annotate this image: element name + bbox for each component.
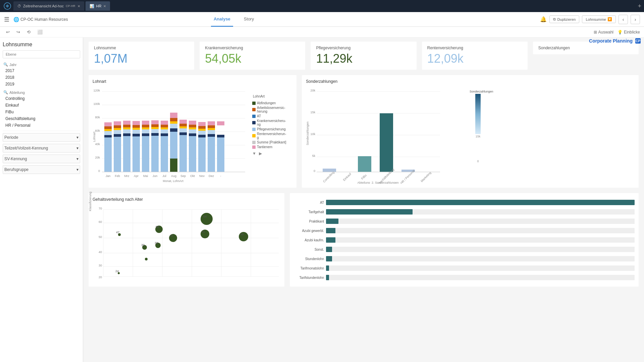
nav-next-button[interactable]: › [631, 15, 640, 24]
bell-icon[interactable]: 🔔 [540, 16, 547, 22]
svg-rect-65 [170, 118, 177, 121]
cp-logo: CP [635, 38, 641, 44]
tab-hr[interactable]: 📊 HR ✕ [86, 1, 110, 11]
app-icon [3, 1, 12, 11]
toolbar-btn-4[interactable]: ⬜ [35, 29, 45, 35]
more-icon[interactable]: ▶ [259, 151, 262, 156]
abt-hr[interactable]: HR / Personal [3, 122, 80, 129]
svg-rect-87 [208, 130, 215, 134]
svg-rect-69 [179, 128, 187, 132]
nav-prev-button[interactable]: ‹ [619, 15, 628, 24]
svg-text:Controlling: Controlling [322, 171, 335, 183]
svg-rect-26 [114, 130, 121, 134]
sidebar: Lohnsumme 🔍 Jahr 2017 2018 2019 [0, 38, 83, 362]
svg-text:20k: 20k [95, 156, 100, 159]
svg-text:Mrz: Mrz [124, 174, 129, 178]
einblicke-button[interactable]: 💡 Einblicke [618, 30, 640, 35]
svg-rect-76 [189, 127, 196, 129]
svg-rect-81 [198, 131, 206, 135]
svg-text:Dez: Dez [209, 174, 214, 178]
add-tab-button[interactable]: + [638, 3, 641, 10]
svg-rect-52 [151, 124, 159, 127]
berufsgruppe-filter[interactable]: Berufsgruppe ▾ [3, 165, 80, 174]
jahr-label: 🔍 Jahr [3, 61, 80, 67]
ebene-filter[interactable] [3, 50, 80, 58]
svg-text:Mai: Mai [143, 174, 148, 178]
toolbar-btn-3[interactable]: ⟲ [25, 29, 33, 35]
svg-text:Lohnart: Lohnart [93, 131, 96, 142]
svg-rect-42 [142, 136, 149, 172]
periode-filter[interactable]: Periode ▾ [3, 133, 80, 142]
duplicate-button[interactable]: ⧉ Duplizieren [549, 15, 579, 23]
svg-text:5k: 5k [312, 154, 315, 158]
abteilung-section: 🔍 Abteilung Controlling Einkauf FiBu Ges… [3, 89, 80, 129]
scatter-svg: 70 60 50 40 30 20 [93, 204, 280, 282]
abt-fibu[interactable]: FiBu [3, 109, 80, 115]
legend-arbeitslos: Arbeitslosenversic-herung [252, 106, 292, 113]
svg-rect-85 [208, 137, 215, 172]
color-scale [475, 94, 481, 134]
breadcrumb: 🌐 CP-OC Human Resources [13, 17, 68, 22]
filter-auswahl[interactable]: ⊞ Auswahl [594, 30, 613, 35]
tab-story[interactable]: Story [241, 12, 257, 27]
teilzeit-filter[interactable]: Teilzeit/Vollzeit-Kennung ▾ [3, 144, 80, 153]
undo-button[interactable]: ↩ [4, 29, 12, 35]
svg-text:10k: 10k [310, 132, 315, 136]
breadcrumb-icon: 🌐 [13, 17, 19, 22]
svg-rect-58 [161, 125, 168, 127]
svg-rect-49 [151, 133, 159, 136]
ebene-input[interactable] [3, 51, 80, 58]
lohnart-chart: Lohnart Lohnart 120k 100k 80k 60k 40k 20… [89, 75, 297, 188]
svg-text:Apr: Apr [134, 174, 139, 178]
tab-zeitreihen[interactable]: ⏱ Zeitreihenansicht Ad-hoc CP-HR ✕ [13, 1, 84, 11]
svg-rect-31 [123, 133, 130, 136]
svg-rect-62 [170, 128, 177, 132]
einblicke-icon: 💡 [618, 30, 623, 35]
abt-einkauf[interactable]: Einkauf [3, 102, 80, 109]
chevron-down-icon: ▾ [76, 135, 78, 140]
svg-rect-59 [161, 121, 168, 125]
svg-rect-33 [123, 127, 130, 129]
main: Lohnsumme 🔍 Jahr 2017 2018 2019 [0, 38, 644, 362]
abt-controlling[interactable]: Controlling [3, 95, 80, 102]
hbar-azubi-kauf: Azubi kaufm. [294, 237, 635, 243]
tab-analyse[interactable]: Analyse [211, 12, 233, 27]
corporate-planning-badge: Corporate Planning CP [589, 38, 641, 44]
toolbar-right: ⊞ Auswahl 💡 Einblicke [594, 30, 640, 35]
svg-rect-23 [104, 122, 112, 126]
tab-close-2[interactable]: ✕ [103, 4, 106, 8]
hbar-praktikant: Praktikant [294, 219, 635, 224]
svg-text:60: 60 [99, 220, 102, 224]
svg-text:Marketing: Marketing [420, 171, 432, 183]
tab-close-1[interactable]: ✕ [77, 4, 80, 8]
search-icon: 🔍 [3, 62, 8, 67]
svg-text:Feb: Feb [115, 174, 120, 178]
jahr-2017[interactable]: 2017 [3, 67, 80, 74]
svg-rect-40 [132, 125, 140, 128]
svg-rect-22 [104, 126, 112, 129]
abt-geschaefts[interactable]: Geschäftsleitung [3, 115, 80, 122]
legend-abfindungen: Abfindungen [252, 101, 292, 105]
jahr-2018[interactable]: 2018 [3, 74, 80, 81]
nav-bar: ☰ 🌐 CP-OC Human Resources Analyse Story … [0, 12, 644, 27]
svg-text:30: 30 [99, 264, 102, 267]
redo-button[interactable]: ↪ [14, 29, 22, 35]
svg-rect-79 [198, 137, 206, 172]
hbar-tarifgehalt: Tarifgehalt [294, 209, 635, 215]
svg-rect-25 [114, 134, 121, 137]
svg-rect-27 [114, 128, 121, 130]
svg-rect-71 [179, 124, 187, 126]
svg-rect-30 [123, 136, 130, 172]
svg-text:FiBu: FiBu [361, 174, 367, 180]
svg-rect-73 [189, 136, 196, 172]
expand-icon[interactable]: ▼ [252, 151, 256, 156]
svg-text:80k: 80k [95, 116, 100, 119]
jahr-2019[interactable]: 2019 [3, 81, 80, 87]
sv-filter[interactable]: SV-Kennung ▾ [3, 155, 80, 163]
svg-text:Okt: Okt [190, 174, 195, 178]
svg-rect-91 [217, 137, 224, 172]
hamburger-menu[interactable]: ☰ [4, 16, 9, 23]
lohnsumme-filter[interactable]: Lohnsumme 🔽 [582, 15, 616, 23]
chart-controls: ▼ ▶ [252, 151, 292, 156]
svg-rect-75 [189, 129, 196, 133]
